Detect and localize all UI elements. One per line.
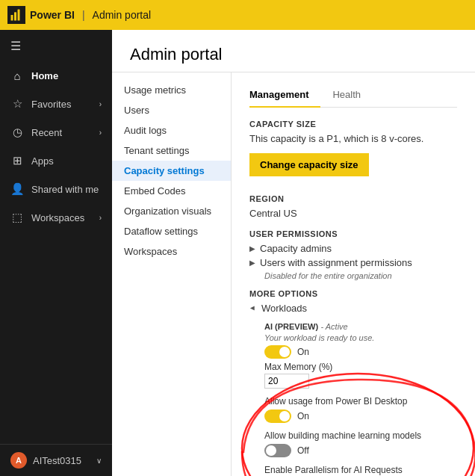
capacity-size-desc: This capacity is a P1, which is 8 v-core… [249, 133, 457, 144]
sidebar-item-recent[interactable]: ◷ Recent › [0, 118, 112, 146]
capacity-admins-arrow-icon: ▶ [249, 244, 255, 253]
nav-embed[interactable]: Embed Codes [112, 181, 231, 201]
capacity-admins-row[interactable]: ▶ Capacity admins [249, 243, 457, 254]
capacity-size-label: CAPACITY SIZE [249, 120, 457, 129]
portal-name: Admin portal [93, 9, 152, 21]
user-assignment-arrow-icon: ▶ [249, 259, 255, 267]
ai-toggle-knob [279, 347, 290, 357]
nav-dataflow[interactable]: Dataflow settings [112, 221, 231, 241]
nav-tenant[interactable]: Tenant settings [112, 140, 231, 161]
allow-desktop-workload: Allow usage from Power BI Desktop On [264, 396, 457, 423]
favorites-icon: ☆ [10, 97, 24, 111]
workloads-arrow-icon: ▼ [249, 305, 257, 312]
app-name: Power BI [30, 9, 75, 21]
user-assignment-row[interactable]: ▶ Users with assignment permissions [249, 257, 457, 268]
capacity-admins-label: Capacity admins [260, 243, 332, 254]
user-assignment-label: Users with assignment permissions [260, 257, 412, 268]
allow-ml-workload: Allow building machine learning models O… [264, 430, 457, 457]
parallelism-workload: Enable Parallelism for AI Requests On [264, 465, 457, 476]
favorites-chevron-icon: › [99, 100, 102, 108]
main-layout: ☰ ⌂ Home ☆ Favorites › ◷ Recent › ⊞ Apps… [0, 30, 475, 476]
allow-desktop-label: Allow usage from Power BI Desktop [264, 396, 457, 407]
svg-rect-1 [14, 12, 16, 20]
allow-ml-label: Allow building machine learning models [264, 430, 457, 441]
ai-status: - Active [320, 322, 347, 331]
sidebar-item-shared-label: Shared with me [31, 184, 99, 195]
avatar: A [10, 452, 27, 469]
panel-tabs: Management Health [249, 84, 457, 108]
sidebar-item-home[interactable]: ⌂ Home [0, 62, 112, 90]
sidebar-item-home-label: Home [31, 70, 58, 81]
apps-icon: ⊞ [10, 154, 24, 167]
recent-chevron-icon: › [99, 129, 102, 137]
more-options-label: MORE OPTIONS [249, 289, 457, 298]
region-label: REGION [249, 194, 457, 203]
allow-desktop-toggle[interactable] [264, 409, 291, 423]
ai-toggle-row: On [264, 345, 457, 359]
sidebar-item-workspaces[interactable]: ⬚ Workspaces › [0, 203, 112, 232]
workspaces-icon: ⬚ [10, 211, 24, 224]
sidebar-item-recent-label: Recent [31, 127, 62, 138]
allow-desktop-toggle-knob [279, 411, 290, 421]
svg-rect-2 [18, 10, 20, 21]
sidebar-item-favorites[interactable]: ☆ Favorites › [0, 90, 112, 118]
nav-workspaces[interactable]: Workspaces [112, 241, 231, 262]
nav-audit[interactable]: Audit logs [112, 120, 231, 140]
workspaces-chevron-icon: › [99, 214, 102, 222]
allow-ml-toggle[interactable] [264, 444, 291, 457]
user-chevron-icon: ∨ [96, 457, 102, 465]
allow-desktop-toggle-row: On [264, 409, 457, 423]
home-icon: ⌂ [10, 69, 24, 82]
change-capacity-button[interactable]: Change capacity size [249, 153, 369, 176]
region-value: Central US [249, 208, 457, 219]
recent-icon: ◷ [10, 126, 24, 139]
nav-capacity[interactable]: Capacity settings [112, 161, 231, 181]
ai-workload-desc: Your workload is ready to use. [264, 333, 457, 342]
sidebar-item-workspaces-label: Workspaces [31, 212, 84, 223]
ai-toggle[interactable] [264, 345, 291, 359]
power-bi-icon [7, 6, 25, 24]
nav-org-visuals[interactable]: Organization visuals [112, 201, 231, 221]
sidebar-item-shared[interactable]: 👤 Shared with me [0, 175, 112, 203]
admin-body: Usage metrics Users Audit logs Tenant se… [112, 72, 475, 476]
allow-ml-toggle-knob [266, 445, 276, 456]
svg-point-4 [242, 374, 474, 476]
topbar-separator: | [82, 9, 85, 21]
admin-nav: Usage metrics Users Audit logs Tenant se… [112, 72, 232, 476]
parallelism-label: Enable Parallelism for AI Requests [264, 465, 457, 475]
admin-panel: Management Health CAPACITY SIZE This cap… [232, 72, 475, 476]
user-assignment-note: Disabled for the entire organization [249, 271, 457, 280]
logo[interactable]: Power BI [7, 6, 75, 24]
sidebar-user-name: AITest0315 [33, 455, 81, 466]
workloads-row[interactable]: ▼ Workloads [249, 303, 457, 314]
hamburger-button[interactable]: ☰ [0, 30, 112, 62]
allow-desktop-toggle-label: On [297, 411, 309, 421]
workloads-label: Workloads [261, 303, 307, 314]
nav-usage[interactable]: Usage metrics [112, 80, 231, 100]
tab-management[interactable]: Management [249, 84, 320, 108]
shared-icon: 👤 [10, 182, 24, 196]
ai-workload: AI (PREVIEW) - Active Your workload is r… [264, 321, 457, 389]
sidebar-item-apps-label: Apps [31, 155, 54, 167]
sidebar-item-apps[interactable]: ⊞ Apps [0, 146, 112, 175]
ai-toggle-label: On [297, 347, 309, 357]
svg-rect-0 [11, 15, 13, 21]
tab-health[interactable]: Health [332, 84, 373, 107]
max-memory-label: Max Memory (%) [264, 362, 457, 372]
sidebar: ☰ ⌂ Home ☆ Favorites › ◷ Recent › ⊞ Apps… [0, 30, 112, 476]
allow-ml-toggle-row: Off [264, 444, 457, 457]
content-area: Admin portal Usage metrics Users Audit l… [112, 30, 475, 476]
max-memory-row: Max Memory (%) [264, 362, 457, 389]
ai-workload-name: AI (PREVIEW) - Active [264, 321, 457, 332]
nav-users[interactable]: Users [112, 100, 231, 120]
allow-ml-toggle-label: Off [297, 445, 309, 456]
ai-badge: AI (PREVIEW) [264, 322, 318, 331]
max-memory-input[interactable] [264, 374, 309, 389]
page-title: Admin portal [130, 45, 457, 64]
topbar: Power BI | Admin portal [0, 0, 475, 30]
admin-header: Admin portal [112, 30, 475, 72]
sidebar-user[interactable]: A AITest0315 ∨ [0, 444, 112, 476]
sidebar-item-favorites-label: Favorites [31, 99, 71, 110]
user-permissions-label: USER PERMISSIONS [249, 229, 457, 238]
workload-container: AI (PREVIEW) - Active Your workload is r… [249, 321, 457, 476]
